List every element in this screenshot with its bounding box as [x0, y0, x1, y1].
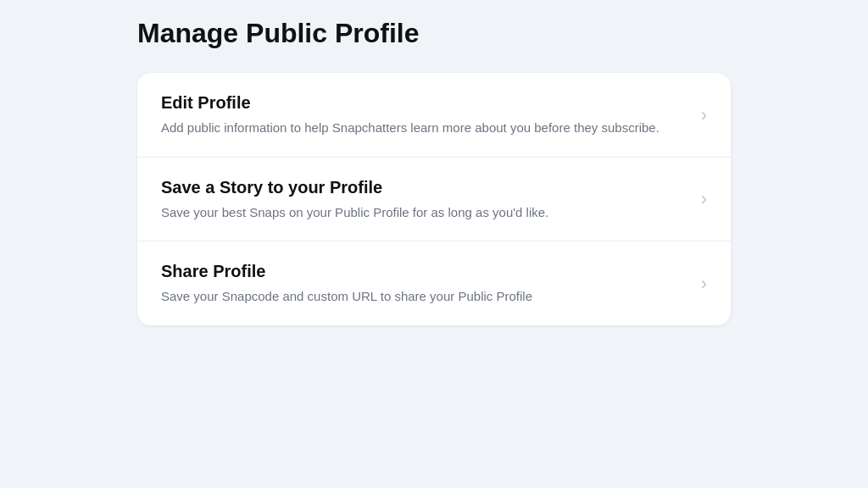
share-profile-chevron-icon: › — [701, 273, 707, 295]
edit-profile-chevron-icon: › — [701, 104, 707, 126]
save-story-chevron-icon: › — [701, 188, 707, 210]
save-story-item[interactable]: Save a Story to your Profile Save your b… — [137, 158, 731, 242]
share-profile-content: Share Profile Save your Snapcode and cus… — [161, 260, 701, 307]
page-title: Manage Public Profile — [137, 17, 731, 49]
save-story-description: Save your best Snaps on your Public Prof… — [161, 203, 687, 223]
edit-profile-item[interactable]: Edit Profile Add public information to h… — [137, 73, 731, 158]
edit-profile-description: Add public information to help Snapchatt… — [161, 119, 687, 138]
save-story-title: Save a Story to your Profile — [161, 176, 687, 198]
share-profile-description: Save your Snapcode and custom URL to sha… — [161, 287, 687, 307]
menu-card: Edit Profile Add public information to h… — [137, 73, 731, 325]
share-profile-item[interactable]: Share Profile Save your Snapcode and cus… — [137, 241, 731, 325]
save-story-content: Save a Story to your Profile Save your b… — [161, 176, 701, 223]
main-container: Manage Public Profile Edit Profile Add p… — [137, 17, 731, 325]
edit-profile-content: Edit Profile Add public information to h… — [161, 92, 701, 138]
share-profile-title: Share Profile — [161, 260, 687, 282]
edit-profile-title: Edit Profile — [161, 92, 687, 114]
